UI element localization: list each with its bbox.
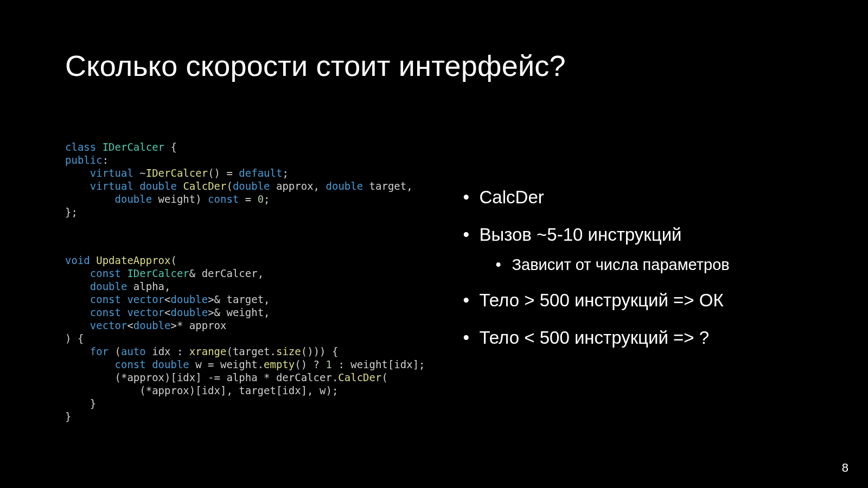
bullet-item: Вызов ~5-10 инструкцийЗависит от числа п… — [458, 223, 803, 276]
code-token: ; — [282, 167, 288, 179]
code-token: alpha, — [127, 280, 170, 292]
code-token: double — [115, 193, 152, 205]
code-line: double alpha, — [65, 280, 425, 293]
code-token — [65, 306, 90, 318]
code-token: vector — [127, 293, 164, 305]
code-token — [65, 358, 115, 370]
code-token: < — [164, 293, 170, 305]
bullet-item: CalcDer — [458, 185, 803, 210]
code-line: class IDerCalcer { — [65, 141, 425, 154]
code-token: } — [65, 397, 96, 409]
code-token: : — [103, 154, 108, 166]
code-token: w = weight. — [189, 358, 264, 370]
code-token: virtual — [90, 180, 140, 192]
code-token: ( — [170, 254, 176, 266]
bullet-text: Тело > 500 инструкций => ОК — [480, 290, 724, 310]
code-token: xrange — [189, 345, 227, 357]
code-token: (target. — [226, 345, 276, 357]
code-token — [65, 293, 90, 305]
code-token: target, — [363, 180, 413, 192]
code-token: } — [65, 410, 71, 422]
code-line: public: — [65, 154, 425, 167]
code-token: class — [65, 141, 103, 153]
code-token: CalcDer — [183, 180, 226, 192]
code-token: double — [171, 293, 208, 305]
code-token: ~ — [139, 167, 145, 179]
bullet-item: Тело < 500 инструкций => ? — [458, 326, 803, 350]
code-line: const vector<double>& weight, — [65, 306, 425, 319]
code-token — [65, 267, 90, 279]
page-number: 8 — [842, 461, 848, 475]
code-token: UpdateApprox — [96, 254, 170, 266]
code-token: >& weight, — [208, 306, 270, 318]
code-token: const — [90, 306, 127, 318]
code-token: (*approx)[idx] -= alpha * derCalcer. — [65, 371, 338, 383]
code-token — [65, 167, 90, 179]
code-token: idx : — [146, 345, 189, 357]
code-token: CalcDer — [338, 371, 381, 383]
slide-title: Сколько скорости стоит интерфейс? — [65, 49, 803, 82]
code-block-1: class IDerCalcer {public: virtual ~IDerC… — [65, 141, 425, 219]
code-token: void — [65, 254, 96, 266]
code-token: ( — [226, 180, 232, 192]
code-line: ) { — [65, 332, 425, 345]
code-token: double — [152, 358, 189, 370]
bullet-text: CalcDer — [480, 187, 544, 207]
code-line: virtual ~IDerCalcer() = default; — [65, 167, 425, 180]
code-token: approx, — [270, 180, 326, 192]
sub-bullet-list: Зависит от числа параметров — [480, 254, 803, 275]
code-token: 1 — [326, 358, 331, 370]
code-line: double weight) const = 0; — [65, 193, 425, 206]
code-line: } — [65, 397, 425, 410]
code-line: const IDerCalcer& derCalcer, — [65, 267, 425, 280]
code-token: double — [326, 180, 363, 192]
code-token: >& target, — [208, 293, 270, 305]
code-token: double — [133, 319, 171, 331]
code-token: double — [90, 280, 127, 292]
code-token: const — [90, 293, 127, 305]
code-block-2: void UpdateApprox( const IDerCalcer& der… — [65, 254, 425, 423]
code-token: ; — [264, 193, 270, 205]
code-line: const double w = weight.empty() ? 1 : we… — [65, 358, 425, 371]
code-token: ( — [108, 345, 121, 357]
code-token: IDerCalcer — [146, 167, 208, 179]
code-token: }; — [65, 206, 78, 218]
code-token: size — [276, 345, 301, 357]
code-token: { — [164, 141, 177, 153]
code-token: & derCalcer, — [189, 267, 264, 279]
bullet-item: Тело > 500 инструкций => ОК — [458, 288, 803, 313]
bullet-text: Тело < 500 инструкций => ? — [480, 328, 710, 348]
code-token: double — [171, 306, 208, 318]
code-line: for (auto idx : xrange(target.size())) { — [65, 345, 425, 358]
code-token: double — [233, 180, 270, 192]
code-token: default — [239, 167, 282, 179]
code-line: (*approx)[idx] -= alpha * derCalcer.Calc… — [65, 371, 425, 384]
code-token: vector — [90, 319, 127, 331]
code-token — [65, 280, 90, 292]
code-line: } — [65, 410, 425, 423]
code-token: auto — [121, 345, 146, 357]
code-token: ())) { — [301, 345, 339, 357]
sub-bullet-item: Зависит от числа параметров — [480, 254, 803, 275]
code-token — [65, 180, 90, 192]
code-token: () ? — [295, 358, 326, 370]
bullet-text: Вызов ~5-10 инструкций — [480, 224, 682, 245]
code-token: IDerCalcer — [103, 141, 164, 153]
bullets-column: CalcDerВызов ~5-10 инструкцийЗависит от … — [425, 115, 803, 363]
code-token: < — [164, 306, 170, 318]
code-token: = — [239, 193, 257, 205]
code-token: const — [208, 193, 239, 205]
code-token: const — [90, 267, 127, 279]
bullet-list: CalcDerВызов ~5-10 инструкцийЗависит от … — [458, 185, 803, 350]
code-line: const vector<double>& target, — [65, 293, 425, 306]
code-token: const — [115, 358, 152, 370]
code-token: weight) — [152, 193, 208, 205]
code-token — [177, 180, 183, 192]
code-token — [65, 193, 115, 205]
code-token: virtual — [90, 167, 140, 179]
code-token — [65, 319, 90, 331]
code-line: vector<double>* approx — [65, 319, 425, 332]
code-token: public — [65, 154, 103, 166]
code-token: vector — [127, 306, 164, 318]
code-token: ( — [381, 371, 387, 383]
